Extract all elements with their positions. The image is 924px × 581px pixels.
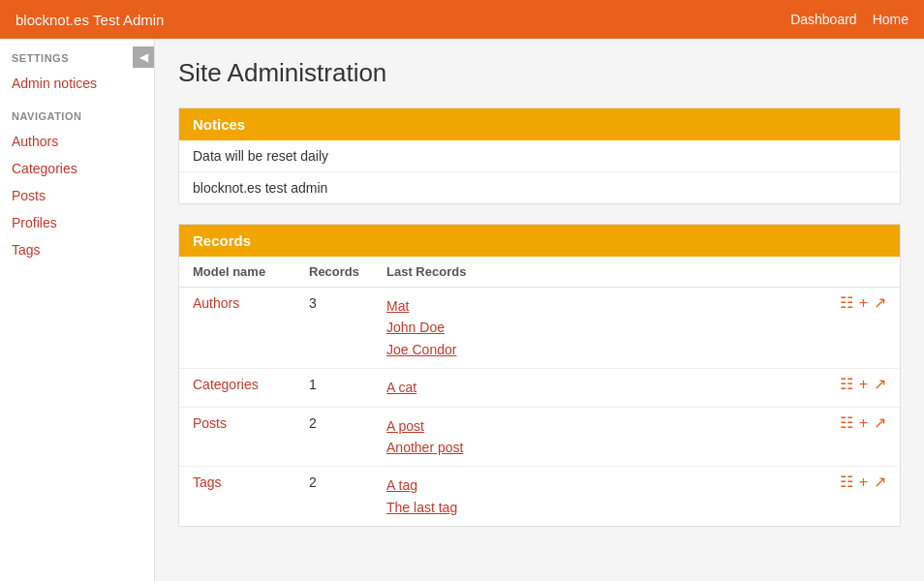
main-content: Site Administration Notices Data will be…	[155, 39, 924, 581]
record-last-records: A cat	[373, 369, 822, 407]
list-icon[interactable]: ☷	[840, 377, 853, 392]
records-section: Records Model name Records Last Records …	[178, 224, 901, 527]
record-actions: ☷+↗	[822, 467, 900, 526]
layout: ◀ SETTINGS Admin notices NAVIGATION Auth…	[0, 39, 924, 581]
add-icon[interactable]: +	[859, 377, 868, 392]
record-actions: ☷+↗	[822, 288, 900, 369]
sidebar-toggle[interactable]: ◀	[133, 46, 154, 68]
record-count: 3	[295, 288, 373, 369]
page-title: Site Administration	[178, 58, 901, 88]
admin-label: Test Admin	[93, 12, 164, 28]
sidebar-item-admin-notices[interactable]: Admin notices	[0, 70, 154, 97]
dashboard-link[interactable]: Dashboard	[790, 12, 857, 27]
brand-name: blocknot.es	[15, 12, 89, 28]
record-count: 1	[295, 369, 373, 407]
sidebar-item-tags[interactable]: Tags	[0, 236, 154, 263]
record-link[interactable]: Another post	[386, 437, 809, 458]
add-icon[interactable]: +	[859, 415, 868, 431]
record-model-name[interactable]: Categories	[179, 369, 295, 407]
list-icon[interactable]: ☷	[840, 415, 853, 431]
notice-item-1: blocknot.es test admin	[179, 172, 900, 203]
header-nav: Dashboard Home	[790, 12, 909, 27]
header: blocknot.es Test Admin Dashboard Home	[0, 0, 924, 39]
export-icon[interactable]: ↗	[874, 415, 886, 431]
records-header: Records	[179, 225, 900, 257]
sidebar-item-posts[interactable]: Posts	[0, 182, 154, 209]
home-link[interactable]: Home	[873, 12, 909, 27]
table-row: Posts2A postAnother post☷+↗	[179, 407, 900, 467]
col-header-model: Model name	[179, 257, 295, 288]
record-link[interactable]: Mat	[386, 295, 809, 317]
notices-section: Notices Data will be reset daily blockno…	[178, 107, 901, 204]
col-header-actions	[822, 257, 900, 288]
add-icon[interactable]: +	[859, 295, 868, 311]
record-actions: ☷+↗	[822, 369, 900, 407]
navigation-section-title: NAVIGATION	[0, 97, 154, 128]
record-link[interactable]: The last tag	[386, 497, 809, 518]
col-header-records: Records	[295, 257, 373, 288]
header-left: blocknot.es Test Admin	[15, 12, 164, 28]
record-model-name[interactable]: Posts	[179, 407, 295, 467]
record-model-name[interactable]: Tags	[179, 467, 295, 526]
record-last-records: MatJohn DoeJoe Condor	[373, 288, 822, 369]
record-link[interactable]: John Doe	[386, 317, 809, 338]
add-icon[interactable]: +	[859, 474, 868, 490]
record-count: 2	[295, 467, 373, 526]
list-icon[interactable]: ☷	[840, 474, 853, 490]
record-link[interactable]: A tag	[386, 474, 809, 496]
sidebar-item-profiles[interactable]: Profiles	[0, 209, 154, 236]
table-row: Categories1A cat☷+↗	[179, 369, 900, 407]
export-icon[interactable]: ↗	[874, 474, 886, 490]
sidebar: ◀ SETTINGS Admin notices NAVIGATION Auth…	[0, 39, 155, 581]
table-row: Authors3MatJohn DoeJoe Condor☷+↗	[179, 288, 900, 369]
record-last-records: A postAnother post	[373, 407, 822, 467]
record-model-name[interactable]: Authors	[179, 288, 295, 369]
sidebar-item-authors[interactable]: Authors	[0, 128, 154, 155]
export-icon[interactable]: ↗	[874, 295, 886, 311]
record-link[interactable]: A post	[386, 415, 809, 437]
export-icon[interactable]: ↗	[874, 377, 886, 392]
list-icon[interactable]: ☷	[840, 295, 853, 311]
settings-section-title: SETTINGS	[0, 39, 154, 70]
table-row: Tags2A tagThe last tag☷+↗	[179, 467, 900, 526]
record-link[interactable]: Joe Condor	[386, 339, 809, 360]
brand: blocknot.es Test Admin	[15, 12, 164, 28]
records-table: Model name Records Last Records Authors3…	[179, 257, 900, 526]
notice-item-0: Data will be reset daily	[179, 140, 900, 172]
sidebar-item-categories[interactable]: Categories	[0, 155, 154, 182]
col-header-last: Last Records	[373, 257, 822, 288]
record-count: 2	[295, 407, 373, 467]
notices-header: Notices	[179, 108, 900, 140]
record-link[interactable]: A cat	[386, 377, 809, 398]
record-last-records: A tagThe last tag	[373, 467, 822, 526]
record-actions: ☷+↗	[822, 407, 900, 467]
